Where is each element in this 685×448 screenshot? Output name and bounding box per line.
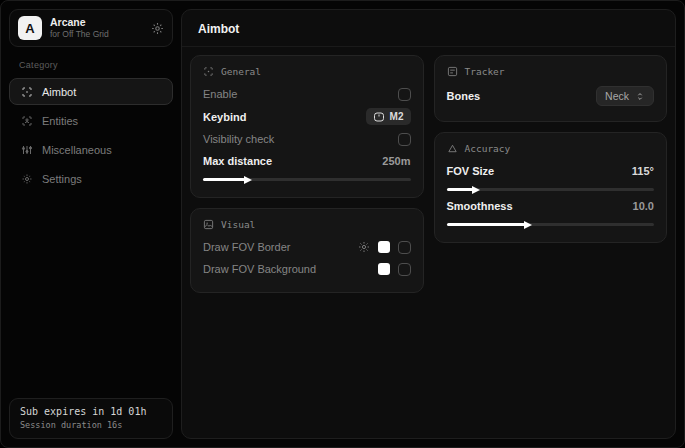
visual-card: Visual Draw FOV Border — [190, 208, 424, 293]
bones-label: Bones — [447, 90, 481, 102]
keybind-button[interactable]: M2 — [366, 108, 411, 125]
gear-icon[interactable] — [358, 241, 370, 253]
sidebar-item-label: Aimbot — [42, 86, 76, 98]
bones-value: Neck — [605, 90, 629, 102]
bones-row: Bones Neck — [447, 83, 655, 109]
smoothness-slider[interactable] — [447, 223, 655, 226]
sub-expires-text: Sub expires in 1d 01h — [20, 406, 162, 417]
category-label: Category — [19, 60, 173, 70]
sliders-icon — [21, 144, 33, 156]
page-title: Aimbot — [198, 22, 659, 36]
slider-thumb[interactable] — [472, 186, 480, 194]
content: General Enable Keybind — [182, 47, 675, 301]
max-distance-value: 250m — [382, 155, 410, 167]
smoothness-value: 10.0 — [633, 200, 654, 212]
fov-size-slider[interactable] — [447, 188, 655, 191]
left-column: General Enable Keybind — [190, 55, 424, 293]
fov-background-row: Draw FOV Background — [203, 258, 411, 280]
accuracy-card: Accuracy FOV Size 115° Smoothness 10.0 — [434, 132, 668, 243]
card-title: Accuracy — [465, 143, 511, 154]
max-distance-row: Max distance 250m — [203, 150, 411, 172]
app-window: A Arcane for Off The Grid Category — [0, 0, 685, 448]
sidebar-nav: Aimbot Entities — [9, 78, 173, 192]
fov-border-checkbox[interactable] — [398, 241, 411, 254]
card-title: Tracker — [465, 66, 505, 77]
tracker-card: Tracker Bones Neck — [434, 55, 668, 122]
mouse-icon — [373, 112, 385, 122]
visibility-check-checkbox[interactable] — [398, 133, 411, 146]
session-duration-text: Session duration 16s — [20, 420, 162, 430]
fov-background-color-swatch[interactable] — [378, 263, 390, 275]
keybind-row: Keybind M2 — [203, 105, 411, 128]
max-distance-slider[interactable] — [203, 178, 411, 181]
sidebar-item-label: Entities — [42, 115, 78, 127]
fov-border-label: Draw FOV Border — [203, 241, 290, 253]
sidebar-item-miscellaneous[interactable]: Miscellaneous — [9, 136, 173, 163]
sidebar-item-label: Settings — [42, 173, 82, 185]
fov-background-checkbox[interactable] — [398, 263, 411, 276]
gear-icon[interactable] — [151, 22, 164, 35]
card-title: General — [221, 66, 261, 77]
fov-border-row: Draw FOV Border — [203, 236, 411, 258]
fov-size-row: FOV Size 115° — [447, 160, 655, 182]
app-header-card: A Arcane for Off The Grid — [9, 9, 173, 47]
gear-icon — [21, 173, 33, 185]
sidebar: A Arcane for Off The Grid Category — [9, 9, 173, 439]
crosshair-icon — [21, 86, 33, 98]
sidebar-item-aimbot[interactable]: Aimbot — [9, 78, 173, 105]
subscription-status-card: Sub expires in 1d 01h Session duration 1… — [9, 398, 173, 439]
smoothness-label: Smoothness — [447, 200, 513, 212]
bones-select[interactable]: Neck — [596, 86, 654, 106]
enable-label: Enable — [203, 88, 237, 100]
sidebar-item-settings[interactable]: Settings — [9, 165, 173, 192]
app-logo: A — [18, 16, 42, 40]
general-card: General Enable Keybind — [190, 55, 424, 198]
enable-checkbox[interactable] — [398, 88, 411, 101]
fov-size-value: 115° — [632, 165, 654, 177]
keybind-value: M2 — [390, 111, 404, 122]
visibility-check-row: Visibility check — [203, 128, 411, 150]
entity-scan-icon — [21, 115, 33, 127]
main-header: Aimbot — [182, 10, 675, 47]
card-title: Visual — [221, 219, 255, 230]
app-meta: Arcane for Off The Grid — [50, 16, 143, 40]
right-column: Tracker Bones Neck — [434, 55, 668, 243]
angle-icon — [447, 143, 458, 154]
app-name: Arcane — [50, 16, 143, 29]
fov-background-label: Draw FOV Background — [203, 263, 316, 275]
sidebar-item-entities[interactable]: Entities — [9, 107, 173, 134]
fov-border-color-swatch[interactable] — [378, 241, 390, 253]
chevron-up-down-icon — [635, 91, 645, 102]
smoothness-row: Smoothness 10.0 — [447, 195, 655, 217]
enable-row: Enable — [203, 83, 411, 105]
image-icon — [203, 219, 214, 230]
tracker-icon — [447, 66, 458, 77]
visibility-check-label: Visibility check — [203, 133, 274, 145]
crosshair-icon — [203, 66, 214, 77]
slider-thumb[interactable] — [244, 176, 252, 184]
slider-thumb[interactable] — [524, 221, 532, 229]
fov-size-label: FOV Size — [447, 165, 495, 177]
app-subtitle: for Off The Grid — [50, 29, 143, 40]
main-panel: Aimbot General E — [181, 9, 676, 439]
max-distance-label: Max distance — [203, 155, 272, 167]
keybind-label: Keybind — [203, 111, 246, 123]
sidebar-item-label: Miscellaneous — [42, 144, 112, 156]
